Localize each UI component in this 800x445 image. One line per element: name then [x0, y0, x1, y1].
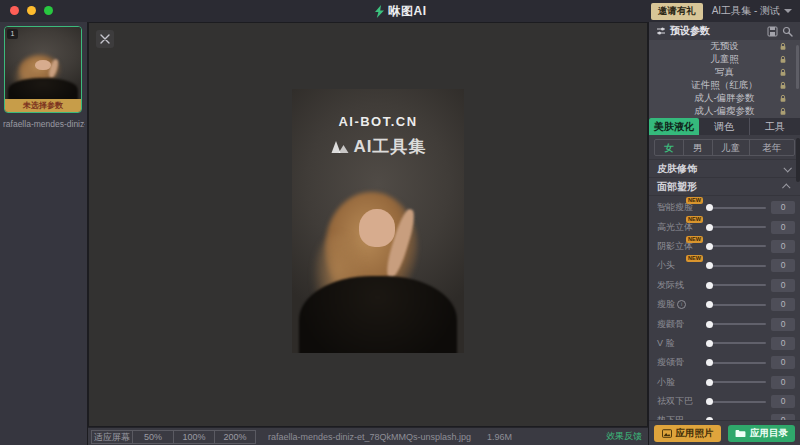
zoom-50-button[interactable]: 50%: [132, 430, 174, 444]
slider-label: 瘦颧骨: [657, 318, 684, 331]
preset-item[interactable]: 儿童照: [649, 53, 800, 66]
thumbnail-status-banner: 未选择参数: [5, 99, 81, 112]
slider-handle[interactable]: [706, 398, 713, 405]
slider-handle[interactable]: [706, 282, 713, 289]
close-photo-button[interactable]: [96, 30, 114, 48]
slider-row: 瘦脸 i 0: [657, 295, 795, 314]
presets-icon: [656, 26, 666, 36]
slider-track[interactable]: [707, 265, 766, 267]
slider-value[interactable]: 0: [771, 318, 795, 331]
slider-track[interactable]: [707, 342, 766, 344]
slider-handle[interactable]: [706, 417, 713, 420]
slider-value[interactable]: 0: [771, 201, 795, 214]
slider-value[interactable]: 0: [771, 240, 795, 253]
slider-label: 小头: [657, 259, 675, 272]
slider-handle[interactable]: [706, 379, 713, 386]
slider-row: 小脸 0: [657, 373, 795, 392]
slider-track[interactable]: [707, 284, 766, 286]
photo-thumbnail-card[interactable]: 1 未选择参数: [4, 26, 82, 113]
subject-type-selector: 女 男 儿童 老年: [654, 139, 795, 156]
apply-actions: 应用照片 应用目录: [649, 420, 800, 445]
slider-track[interactable]: [707, 304, 766, 306]
slider-handle[interactable]: [706, 204, 713, 211]
title-bar: 咻图AI 邀请有礼 AI工具集 - 测试: [0, 0, 800, 23]
slider-handle[interactable]: [706, 262, 713, 269]
slider-label: 垫下巴: [657, 414, 684, 420]
slider-handle[interactable]: [706, 359, 713, 366]
tab-color[interactable]: 调色: [699, 118, 749, 135]
slider-track[interactable]: [707, 323, 766, 325]
slider-value[interactable]: 0: [771, 337, 795, 350]
watermark-brand-text: AI工具集: [354, 135, 427, 158]
panel-scrollbar[interactable]: [796, 138, 800, 182]
preset-item[interactable]: 无预设: [649, 40, 800, 53]
slider-label: 发际线: [657, 279, 684, 292]
apply-folder-button[interactable]: 应用目录: [728, 425, 795, 442]
slider-track[interactable]: [707, 226, 766, 228]
new-badge: NEW: [686, 236, 703, 243]
preset-scrollbar[interactable]: [796, 45, 799, 89]
chevron-down-icon: [784, 9, 792, 13]
gender-female-button[interactable]: 女: [655, 140, 683, 155]
slider-row: 垫下巴 0: [657, 411, 795, 420]
slider-value[interactable]: 0: [771, 221, 795, 234]
slider-label: V 脸: [657, 337, 675, 350]
section-face-shaping[interactable]: 面部塑形: [649, 178, 800, 196]
invite-button[interactable]: 邀请有礼: [651, 3, 703, 20]
slider-value[interactable]: 0: [771, 356, 795, 369]
chevron-down-icon: [783, 164, 791, 172]
slider-row: NEW 阴影立体 0: [657, 237, 795, 256]
slider-value[interactable]: 0: [771, 376, 795, 389]
watermark-title: AI-BOT.CN: [292, 114, 464, 129]
gender-elder-button[interactable]: 老年: [749, 140, 794, 155]
slider-handle[interactable]: [706, 340, 713, 347]
feedback-link[interactable]: 效果反馈: [606, 430, 642, 443]
zoom-100-button[interactable]: 100%: [173, 430, 215, 444]
slider-value[interactable]: 0: [771, 298, 795, 311]
preset-item[interactable]: 成人-偏瘦参数: [649, 105, 800, 118]
slider-track[interactable]: [707, 207, 766, 209]
slider-label: 小脸: [657, 376, 675, 389]
info-icon[interactable]: i: [677, 300, 686, 309]
main-photo[interactable]: AI-BOT.CN AI工具集: [292, 89, 464, 353]
section-skin-retouch[interactable]: 皮肤修饰: [649, 159, 800, 178]
preset-item[interactable]: 证件照（红底）: [649, 79, 800, 92]
statusbar-filesize: 1.96M: [487, 432, 512, 442]
lock-icon: [779, 42, 787, 53]
slider-value[interactable]: 0: [771, 279, 795, 292]
slider-label: 祛双下巴: [657, 395, 693, 408]
fit-screen-button[interactable]: 适应屏幕: [91, 430, 133, 444]
preset-item[interactable]: 写真: [649, 66, 800, 79]
search-icon[interactable]: [782, 26, 793, 37]
preset-list: 无预设 儿童照 写真 证件照（红底） 成人-偏胖参数 成人-偏瘦参数: [649, 40, 800, 118]
lock-icon: [779, 107, 787, 118]
slider-row: 祛双下巴 0: [657, 392, 795, 411]
presets-header: 预设参数: [649, 22, 800, 40]
slider-handle[interactable]: [706, 321, 713, 328]
slider-track[interactable]: [707, 381, 766, 383]
save-icon[interactable]: [767, 26, 778, 37]
new-badge: NEW: [686, 255, 703, 262]
slider-row: NEW 小头 0: [657, 256, 795, 275]
slider-value[interactable]: 0: [771, 414, 795, 420]
slider-track[interactable]: [707, 401, 766, 403]
preset-item[interactable]: 成人-偏胖参数: [649, 92, 800, 105]
slider-track[interactable]: [707, 362, 766, 364]
chevron-up-icon: [782, 183, 790, 191]
tab-tools[interactable]: 工具: [749, 118, 800, 135]
slider-handle[interactable]: [706, 243, 713, 250]
account-label: AI工具集 - 测试: [712, 4, 780, 18]
lock-icon: [779, 68, 787, 79]
apply-photo-button[interactable]: 应用照片: [654, 425, 721, 442]
slider-handle[interactable]: [706, 224, 713, 231]
slider-handle[interactable]: [706, 301, 713, 308]
gender-male-button[interactable]: 男: [683, 140, 712, 155]
slider-track[interactable]: [707, 245, 766, 247]
account-menu[interactable]: AI工具集 - 测试: [712, 4, 792, 18]
gender-child-button[interactable]: 儿童: [712, 140, 749, 155]
slider-value[interactable]: 0: [771, 395, 795, 408]
slider-value[interactable]: 0: [771, 259, 795, 272]
tab-beauty-liquify[interactable]: 美肤液化: [649, 118, 699, 135]
statusbar-filename: rafaella-mendes-diniz-et_78QkMMQs-unspla…: [268, 432, 471, 442]
zoom-200-button[interactable]: 200%: [214, 430, 256, 444]
